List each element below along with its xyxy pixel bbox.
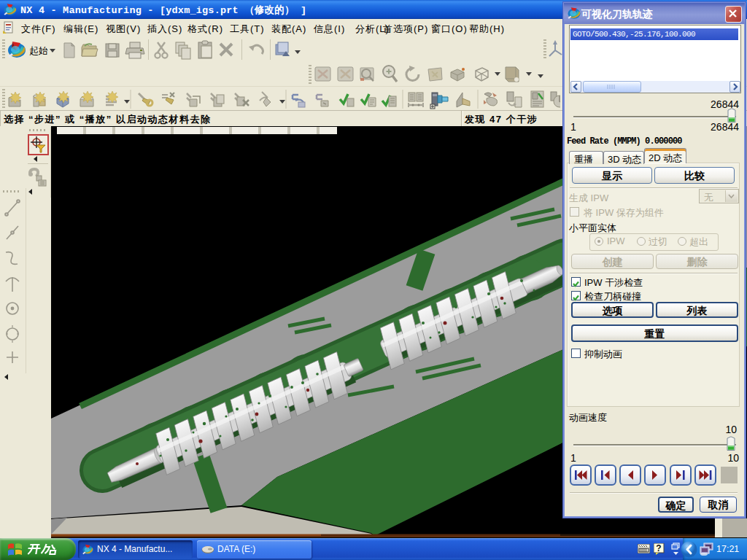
svg-text:?: ? — [656, 543, 661, 553]
